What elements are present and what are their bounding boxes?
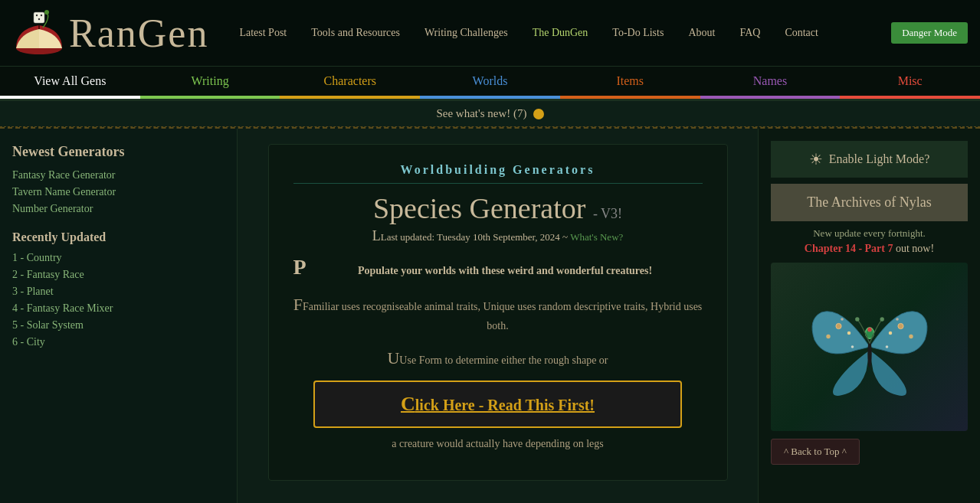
version-text: - V3! [593,206,622,221]
light-mode-label: Enable Light Mode? [829,152,930,166]
recently-updated-heading: Recently Updated [12,230,225,244]
content-box: Worldbuilding Generators Species Generat… [268,144,728,481]
svg-point-17 [885,345,888,348]
svg-point-3 [36,15,38,16]
light-mode-button[interactable]: ☀ Enable Light Mode? [771,141,968,178]
svg-point-14 [855,317,859,321]
last-updated-text: LLast updated: Tuesday 10th September, 2… [293,228,703,244]
secondary-nav: View All Gens Writing Characters Worlds … [0,67,980,101]
archives-chapter-text: Chapter 14 - Part 7 out now! [771,243,968,255]
sec-nav-worlds[interactable]: Worlds [420,67,560,99]
top-nav: Latest Post Tools and Resources Writing … [227,21,968,45]
legs-text: a creature would actually have depending… [293,436,703,452]
recently-2-fantasy-race[interactable]: 2 - Fantasy Race [12,269,225,281]
sec-nav-view-all[interactable]: View All Gens [0,67,140,99]
back-to-top-button[interactable]: ^ Back to Top ^ [771,439,860,465]
svg-point-20 [867,328,871,332]
populate-text: PPopulate your worlds with these weird a… [293,255,703,282]
svg-point-1 [44,10,49,15]
svg-point-9 [909,335,913,338]
recently-1-country[interactable]: 1 - Country [12,252,225,264]
main-content-area: Worldbuilding Generators Species Generat… [238,129,758,503]
sidebar-fantasy-race-gen[interactable]: Fantasy Race Generator [12,169,225,181]
use-form-text: UUse Form to determine either the rough … [293,345,703,371]
announcement-bar: See what's new! (7) [0,101,980,127]
nav-todo[interactable]: To-Do Lists [600,21,676,45]
archives-chapter-suffix: out now! [896,243,934,254]
sun-icon: ☀ [809,150,823,168]
nav-tools[interactable]: Tools and Resources [299,21,412,45]
content-title: Species Generator - V3! [293,191,703,225]
logo-area: RanGen [12,6,208,60]
nav-about[interactable]: About [676,21,727,45]
title-text: Species Generator [373,192,586,224]
recently-5-solar-system[interactable]: 5 - Solar System [12,319,225,332]
svg-point-6 [835,323,841,328]
sidebar-number-gen[interactable]: Number Generator [12,203,225,215]
sec-nav-misc[interactable]: Misc [840,67,980,99]
nav-faq[interactable]: FAQ [727,21,772,45]
archives-header: The Archives of Nylas [771,184,968,221]
see-whats-new-link[interactable]: See what's new! (7) [436,107,526,120]
sec-nav-items[interactable]: Items [560,67,700,99]
svg-point-7 [826,335,830,338]
familiar-text: FFamiliar uses recogniseable animal trai… [293,291,703,335]
sec-nav-characters[interactable]: Characters [280,67,420,99]
last-updated-prefix: LLast updated: Tuesday 10th September, 2… [372,231,570,243]
nav-latest-post[interactable]: Latest Post [227,21,299,45]
newest-generators-heading: Newest Generators [12,144,225,160]
site-title: RanGen [69,11,208,56]
svg-point-4 [41,15,42,16]
svg-point-16 [851,345,854,348]
sec-nav-writing[interactable]: Writing [140,67,280,99]
nav-the-dungen[interactable]: The DunGen [520,21,601,45]
archives-chapter-highlight: Chapter 14 - Part 7 [805,243,893,254]
nav-contact[interactable]: Contact [772,21,831,45]
svg-point-8 [897,323,903,328]
danger-mode-button[interactable]: Danger Mode [891,22,968,44]
nav-writing-challenges[interactable]: Writing Challenges [412,21,520,45]
main-layout: Newest Generators Fantasy Race Generator… [0,129,980,503]
logo-icon [12,6,66,60]
right-sidebar: ☀ Enable Light Mode? The Archives of Nyl… [758,129,980,503]
svg-point-18 [841,318,844,321]
sidebar-tavern-name-gen[interactable]: Tavern Name Generator [12,186,225,198]
whats-new-link[interactable]: What's New? [570,231,623,243]
svg-point-11 [888,332,892,335]
archives-update-text: New update every fortnight. [771,227,968,240]
svg-point-13 [867,340,871,367]
svg-point-15 [880,317,883,321]
content-subtitle: Worldbuilding Generators [293,163,703,184]
sec-nav-names[interactable]: Names [700,67,841,99]
svg-point-19 [896,318,899,321]
left-sidebar: Newest Generators Fantasy Race Generator… [0,129,238,503]
announcement-dot [533,109,544,119]
recently-3-planet[interactable]: 3 - Planet [12,286,225,298]
archives-image [771,263,968,431]
click-here-button[interactable]: Click Here - Read This First! [313,381,682,428]
recently-6-city[interactable]: 6 - City [12,336,225,348]
svg-rect-2 [34,12,44,23]
svg-point-5 [38,18,40,20]
butterfly-icon [801,278,939,416]
recently-4-fantasy-race-mixer[interactable]: 4 - Fantasy Race Mixer [12,302,225,315]
header: RanGen Latest Post Tools and Resources W… [0,0,980,67]
svg-point-10 [847,332,851,335]
